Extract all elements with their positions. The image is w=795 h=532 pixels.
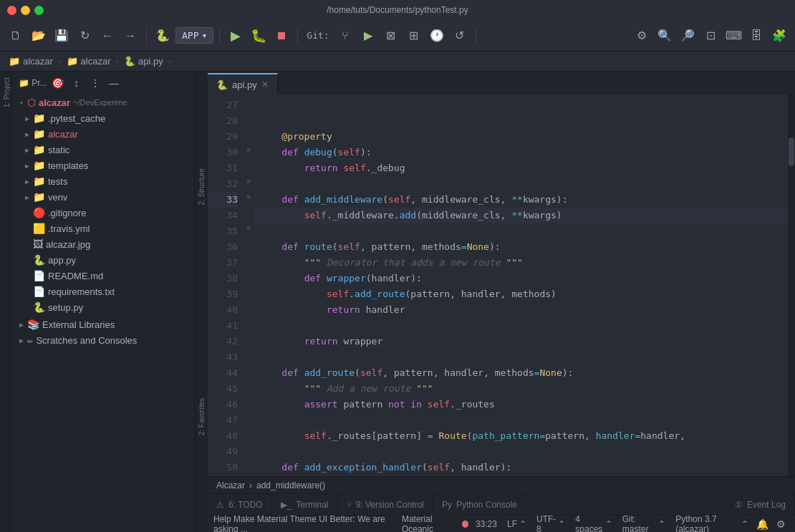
target-icon[interactable]: 🎯 [50, 75, 66, 91]
open-button[interactable]: 📂 [29, 26, 49, 46]
tree-item-templates[interactable]: ▶ 📁 templates [13, 158, 194, 173]
side-panels: 2: Structure 2: Favorites [195, 72, 208, 532]
tree-item-alcazar[interactable]: ▶ 📁 alcazar [13, 126, 194, 142]
git-coverage-button[interactable]: ⊠ [381, 26, 401, 46]
tree-item-external-libs[interactable]: ▶ 📚 External Libraries [13, 316, 194, 332]
tree-item-alcazar-jpg[interactable]: ▶ 🖼 alcazar.jpg [13, 236, 194, 252]
tree-item-gitignore[interactable]: ▶ 🔴 .gitignore [13, 205, 194, 221]
tree-item-app-py[interactable]: ▶ 🐍 app.py [13, 252, 194, 268]
tab-api-py[interactable]: 🐍 api.py ✕ [208, 73, 278, 95]
notifications-button[interactable]: 🔔 [754, 514, 771, 533]
python-file-icon: 🐍 [124, 56, 135, 67]
code-line-29: def debug(self): [254, 145, 788, 160]
item-label-external-libs: External Libraries [42, 319, 115, 330]
indent-value: 4 spaces [575, 514, 602, 533]
code-content[interactable]: @property def debug(self): return self._… [254, 95, 788, 476]
code-line-34 [254, 223, 788, 239]
plugins-button[interactable]: 🧩 [769, 26, 789, 46]
python-console-tab[interactable]: Py Python Console [433, 494, 526, 516]
tree-item-requirements[interactable]: ▶ 📄 requirements.txt [13, 284, 194, 299]
vcs-branch[interactable]: Git: master ⌃ [618, 514, 670, 533]
bottom-breadcrumb: Alcazar › add_middleware() [208, 476, 795, 493]
git-fork-icon[interactable]: ⑂ [335, 26, 355, 46]
git-label: Git: [304, 30, 332, 41]
minimize-button[interactable] [21, 6, 30, 15]
python-icon[interactable]: 🐍 [153, 26, 173, 46]
git-rollback-button[interactable]: ↺ [450, 26, 470, 46]
git-history-button[interactable]: 🕐 [427, 26, 447, 46]
requirements-icon: 📄 [33, 286, 45, 297]
line-ending[interactable]: LF ⌃ [503, 519, 531, 529]
editor-scrollbar[interactable] [788, 95, 795, 476]
item-label-gitignore: .gitignore [48, 208, 86, 218]
root-label: alcazar [39, 97, 70, 108]
code-line-40 [254, 318, 788, 334]
expand-arrow: ▶ [21, 175, 33, 187]
terminal-label: Terminal [296, 500, 328, 510]
todo-tab[interactable]: ⚠ 6: TODO [208, 494, 272, 516]
close-button[interactable] [7, 6, 16, 15]
split-view-button[interactable]: ⊡ [700, 26, 721, 46]
item-label-travis: .travis.yml [48, 223, 90, 234]
tab-close-button[interactable]: ✕ [261, 79, 269, 90]
python-version[interactable]: Python 3.7 (alcazar) ⌃ [671, 514, 753, 533]
forward-button[interactable]: → [120, 26, 140, 46]
save-all-button[interactable]: 💾 [52, 26, 72, 46]
settings-button[interactable]: ⚙ [632, 26, 652, 46]
app-selector-dropdown[interactable]: APP ▾ [175, 27, 213, 44]
tree-item-travis[interactable]: ▶ 🟨 .travis.yml [13, 221, 194, 236]
event-log-tab[interactable]: ① Event Log [726, 494, 795, 516]
favorites-panel-tab[interactable]: 2: Favorites [195, 302, 208, 533]
back-button[interactable]: ← [97, 26, 117, 46]
debug-button[interactable]: 🐛 [249, 26, 269, 46]
code-line-33: self._middleware.add(middleware_cls, **k… [254, 208, 788, 223]
settings-status-button[interactable]: ⚙ [772, 514, 789, 533]
folder-icon-venv: 📁 [33, 191, 45, 203]
code-line-41: return wrapper [254, 334, 788, 349]
tree-item-setup-py[interactable]: ▶ 🐍 setup.py [13, 299, 194, 315]
vcs-label: 9: Version Control [356, 500, 424, 510]
code-line-36: """ Decorator that adds a new route """ [254, 255, 788, 271]
encoding[interactable]: UTF-8 ⌃ [532, 514, 569, 533]
git-push-button[interactable]: ▶ [358, 26, 378, 46]
run-button[interactable]: ▶ [226, 26, 246, 46]
indentation[interactable]: 4 spaces ⌃ [571, 514, 616, 533]
toolbar-right: ⚙ 🔍 🔎 ⊡ ⌨ 🗄 🧩 [632, 26, 789, 46]
find-usages-button[interactable]: 🔎 [678, 26, 698, 46]
refresh-button[interactable]: ↻ [74, 26, 95, 46]
tree-item-tests[interactable]: ▶ 📁 tests [13, 173, 194, 189]
search-everywhere-button[interactable]: 🔍 [655, 26, 675, 46]
favorites-label: 2: Favorites [198, 398, 206, 435]
cursor-position[interactable]: 33:23 [471, 519, 501, 529]
version-control-tab[interactable]: ⑂ 9: Version Control [338, 494, 433, 516]
code-line-49: def add_exception_handler(self, handler)… [254, 460, 788, 475]
project-panel-tab[interactable]: 1: Project [0, 72, 13, 532]
folder-icon-templates: 📁 [33, 160, 45, 171]
more-options-button[interactable]: ⋮ [87, 75, 103, 91]
collapse-all-button[interactable]: ↕ [69, 75, 85, 91]
breadcrumb-item-root[interactable]: 📁 alcazar [9, 56, 53, 67]
tree-item-static[interactable]: ▶ 📁 static [13, 142, 194, 158]
structure-panel-tab[interactable]: 2: Structure [195, 72, 208, 302]
database-button[interactable]: 🗄 [746, 26, 766, 46]
expand-arrow: ▶ [21, 191, 33, 203]
todo-label: 6: TODO [228, 500, 263, 510]
terminal-tab[interactable]: ▶_ Terminal [272, 494, 338, 516]
keymap-button[interactable]: ⌨ [723, 26, 743, 46]
python-version-value: Python 3.7 (alcazar) [675, 514, 739, 533]
tree-item-scratches[interactable]: ▶ ✏ Scratches and Consoles [13, 332, 194, 348]
new-file-button[interactable]: 🗋 [6, 26, 26, 46]
stop-button[interactable]: ⏹ [271, 26, 292, 46]
breadcrumb-item-alcazar[interactable]: 📁 alcazar [67, 56, 111, 67]
tree-item-venv[interactable]: ▶ 📁 venv [13, 189, 194, 205]
git-diff-button[interactable]: ⊞ [404, 26, 424, 46]
tree-root-item[interactable]: ▾ ⬡ alcazar ~/DevExperime [13, 95, 194, 110]
maximize-button[interactable] [34, 6, 44, 15]
close-sidebar-button[interactable]: — [106, 75, 122, 91]
tree-item-pytest-cache[interactable]: ▶ 📁 .pytest_cache [13, 110, 194, 126]
code-editor[interactable]: 27 28 29 30 31 32 33 34 35 36 37 38 39 4… [208, 95, 795, 476]
breadcrumb-item-file[interactable]: 🐍 api.py [124, 56, 163, 67]
tree-item-readme[interactable]: ▶ 📄 README.md [13, 268, 194, 284]
editor-area: 🐍 api.py ✕ 27 28 29 30 31 32 33 34 35 36… [208, 72, 795, 532]
code-line-45: assert pattern not in self._routes [254, 397, 788, 412]
